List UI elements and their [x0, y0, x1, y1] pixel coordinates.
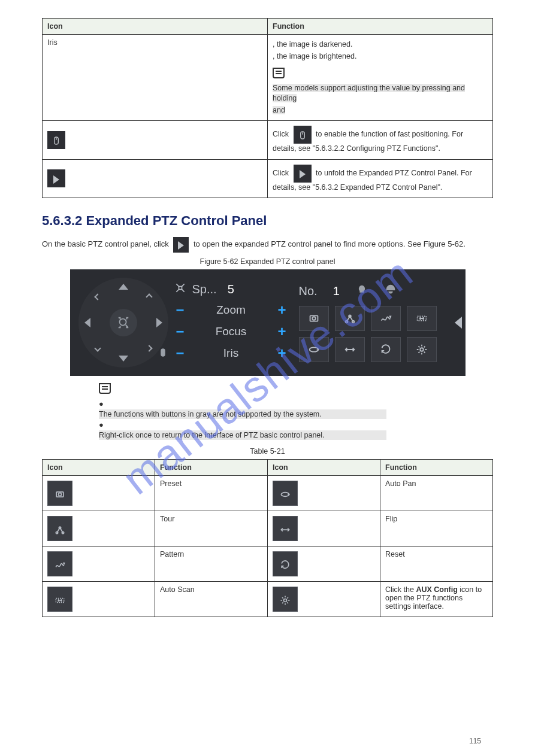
mouse-icon-inline — [294, 126, 312, 144]
mouse-icon — [47, 131, 65, 149]
aux-config-label: Click the AUX Config icon to open the PT… — [380, 582, 493, 617]
pattern-label: Pattern — [155, 546, 268, 582]
autopan-icon-cell — [273, 481, 298, 506]
preset-icon[interactable] — [299, 306, 329, 331]
autopan-icon[interactable] — [299, 337, 329, 362]
cell-iris-desc: , the image is darkened. , the image is … — [268, 35, 493, 121]
pattern-icon[interactable] — [371, 306, 401, 331]
section-number: 5.6.3.2 — [42, 213, 82, 228]
svg-rect-1 — [179, 286, 182, 289]
pattern-icon-cell — [47, 551, 72, 576]
collapse-icon[interactable] — [455, 317, 462, 329]
zoom-minus[interactable]: − — [174, 302, 186, 318]
ptz-function-table: Icon Function Icon Function Preset Auto … — [42, 459, 493, 617]
section-para: On the basic PTZ control panel, click to… — [42, 237, 493, 253]
autoscan-label: Auto Scan — [155, 582, 268, 617]
section-title: Expanded PTZ Control Panel — [86, 213, 267, 228]
tour-label: Tour — [155, 511, 268, 546]
dpad-left[interactable] — [84, 318, 90, 327]
speed-label: Sp... — [192, 283, 217, 296]
dpad-upleft[interactable] — [94, 293, 101, 300]
t2-h-icon1: Icon — [43, 460, 155, 476]
note-line1: The functions with buttons in gray are n… — [99, 409, 386, 419]
preset-label: Preset — [155, 476, 268, 511]
ptz-adjust-column: Sp... 5 − Zoom + − Focus + − Iris + — [174, 282, 288, 364]
dpad-downleft[interactable] — [94, 345, 101, 351]
autoscan-icon-cell — [47, 587, 72, 612]
flip-icon-cell — [273, 516, 298, 541]
dpad-down[interactable] — [119, 356, 128, 362]
cell-mouse-icon — [43, 121, 268, 160]
tour-icon[interactable] — [335, 306, 365, 331]
flip-icon[interactable] — [335, 337, 365, 362]
note-block: ● The functions with buttons in gray are… — [99, 399, 493, 440]
mouse-tiny-icon[interactable] — [158, 346, 168, 362]
svg-point-10 — [59, 493, 62, 496]
cell-expand-icon — [43, 159, 268, 198]
autopan-label: Auto Pan — [380, 476, 493, 511]
ptz-dpad — [78, 278, 168, 368]
page-content: Icon Function Iris , the image is darken… — [0, 0, 535, 653]
no-value: 1 — [333, 284, 340, 298]
focus-label: Focus — [191, 325, 271, 338]
para-pre: On the basic PTZ control panel, click — [42, 239, 169, 248]
iris-plus[interactable]: + — [276, 345, 288, 362]
ptz-functions-column: No. 1 — [294, 284, 457, 362]
dpad-downright[interactable] — [146, 345, 152, 351]
th-icon: Icon — [43, 19, 268, 35]
icon-function-table-part1: Icon Function Iris , the image is darken… — [42, 18, 493, 198]
t2-h-icon2: Icon — [268, 460, 380, 476]
svg-point-8 — [420, 348, 424, 351]
dpad-center-search-icon[interactable] — [110, 309, 137, 336]
dome-icon[interactable] — [384, 284, 397, 299]
ptz-control-panel: Sp... 5 − Zoom + − Focus + − Iris + — [70, 269, 466, 376]
preset-icon-cell — [47, 481, 72, 506]
zoom-label: Zoom — [191, 303, 271, 317]
iris-minus[interactable]: − — [174, 345, 186, 362]
svg-point-3 — [312, 317, 316, 320]
section-heading: 5.6.3.2 Expanded PTZ Control Panel — [42, 213, 493, 229]
figure-caption: Figure 5-62 Expanded PTZ control panel — [42, 257, 493, 266]
focus-plus[interactable]: + — [276, 323, 288, 340]
iris-darken-text: , the image is darkened. — [273, 40, 352, 48]
note-icon-2 — [99, 383, 111, 394]
autoscan-icon[interactable] — [407, 306, 437, 331]
dpad-upright[interactable] — [146, 293, 152, 300]
cell-expand-desc: Click to unfold the Expanded PTZ Control… — [268, 159, 493, 198]
iris-note-line2: and — [273, 106, 285, 114]
speed-value: 5 — [228, 283, 234, 296]
reset-icon[interactable] — [371, 337, 401, 362]
expand-icon-inline — [294, 165, 312, 183]
tour-icon-cell — [47, 516, 72, 541]
aux-config-icon-cell — [273, 587, 298, 612]
dpad-circle — [78, 278, 168, 368]
cell-iris-label: Iris — [43, 35, 268, 121]
note-line2: Right-click once to return to the interf… — [99, 430, 386, 440]
note-icon — [273, 68, 285, 78]
cell-mouse-desc: Click to enable the function of fast pos… — [268, 121, 493, 160]
iris-label: Iris — [191, 347, 271, 360]
expand-icon-inline-2 — [173, 237, 189, 253]
t2-h-fn2: Function — [380, 460, 493, 476]
dpad-up[interactable] — [119, 284, 128, 290]
table2-caption: Table 5-21 — [42, 447, 493, 456]
mouse-desc-pre: Click — [273, 130, 289, 138]
iris-brighten-text: , the image is brightened. — [273, 52, 356, 60]
zoom-plus[interactable]: + — [276, 302, 288, 318]
aux-config-gear-icon[interactable] — [407, 337, 437, 362]
light-icon[interactable] — [355, 284, 368, 299]
t2-h-fn1: Function — [155, 460, 268, 476]
reset-label: Reset — [380, 546, 493, 582]
dpad-right[interactable] — [156, 318, 162, 327]
expand-icon — [47, 169, 65, 187]
focus-minus[interactable]: − — [174, 323, 186, 340]
svg-point-0 — [119, 319, 126, 326]
reset-icon-cell — [273, 551, 298, 576]
para-post: to open the expanded PTZ control panel t… — [194, 239, 466, 248]
iris-note-line1: Some models support adjusting the value … — [273, 84, 465, 103]
speed-icon — [174, 282, 186, 297]
expand-desc-pre: Click — [273, 169, 289, 177]
flip-label: Flip — [380, 511, 493, 546]
svg-point-15 — [284, 599, 287, 602]
no-label: No. — [299, 284, 318, 298]
